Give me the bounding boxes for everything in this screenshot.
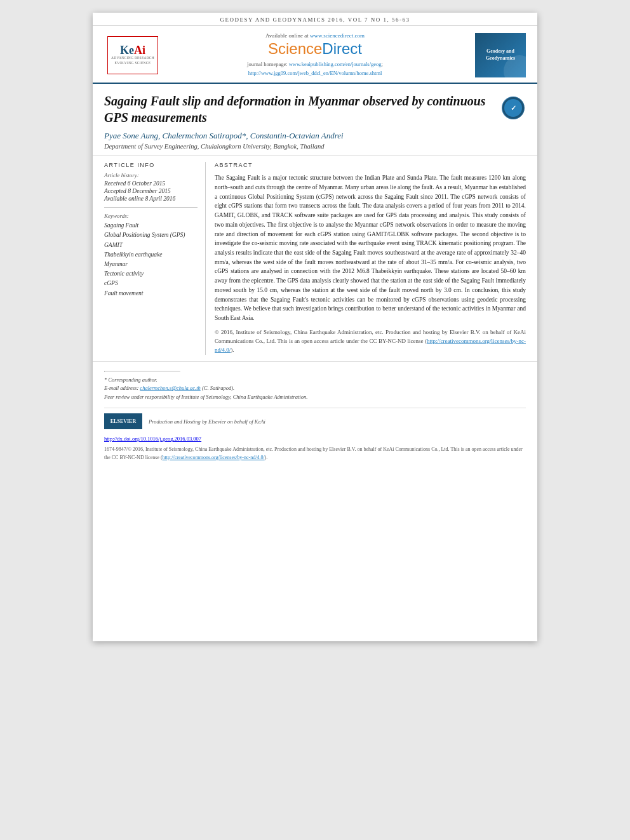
copyright-end: ). (231, 347, 234, 353)
crossmark-circle: ✓ (502, 97, 525, 119)
keyword-4: Thabeikkyin earthquake (104, 250, 198, 260)
article-main-title: Sagaing Fault slip and deformation in My… (104, 93, 494, 126)
journal-cover-title: Geodesy and Geodynamics (478, 48, 523, 62)
journal-url2[interactable]: http://www.jgg09.com/jweb_ddcl_en/EN/vol… (248, 70, 382, 76)
corresponding-label: * Corresponding author. (104, 376, 526, 385)
email-name: (C. Satirapod). (202, 385, 234, 391)
final-copyright-text2: ). (265, 455, 268, 460)
doi-line: http://dx.doi.org/10.1016/j.geog.2016.03… (104, 436, 526, 442)
header-right: Geodesy and Geodynamics (469, 33, 526, 77)
accepted-date: Accepted 8 December 2015 (104, 188, 198, 194)
journal-bar: GEODESY AND GEODYNAMICS 2016, VOL 7 NO 1… (93, 13, 537, 26)
keywords-label: Keywords: (104, 213, 198, 219)
elsevier-footer: ELSEVIER Production and Hosting by Elsev… (104, 408, 526, 429)
keyword-7: cGPS (104, 279, 198, 288)
copyright-text: © 2016, Institute of Seismology, China E… (215, 328, 526, 355)
received-date: Received 6 October 2015 (104, 180, 198, 187)
header-center: Available online at www.sciencedirect.co… (168, 32, 462, 77)
journal-homepage: journal homepage: www.keaipublishing.com… (168, 60, 462, 77)
journal-bar-text: GEODESY AND GEODYNAMICS 2016, VOL 7 NO 1… (220, 17, 410, 23)
email-label: E-mail address: (104, 385, 138, 391)
keyword-3: GAMIT (104, 241, 198, 250)
keywords-list: Sagaing Fault Global Positioning System … (104, 221, 198, 298)
doi-link[interactable]: http://dx.doi.org/10.1016/j.geog.2016.03… (104, 436, 201, 442)
final-copyright: 1674-9847/© 2016, Institute of Seismolog… (104, 446, 526, 462)
article-info: ARTICLE INFO Article history: Received 6… (104, 162, 206, 354)
keyword-2: Global Positioning System (GPS) (104, 230, 198, 240)
article-info-heading: ARTICLE INFO (104, 162, 198, 168)
peer-review-text: Peer review under responsibility of Inst… (104, 393, 526, 402)
crossmark: ✓ (500, 95, 526, 121)
abstract-heading: ABSTRACT (215, 162, 526, 168)
keyword-6: Tectonic activity (104, 269, 198, 279)
available-online-date: Available online 8 April 2016 (104, 196, 198, 202)
title-text-area: Sagaing Fault slip and deformation in My… (104, 93, 494, 150)
keai-logo-text: KeAi (120, 44, 145, 56)
email-link[interactable]: chalermchon.s@chula.ac.th (140, 385, 200, 391)
abstract-section: ABSTRACT The Sagaing Fault is a major te… (215, 162, 526, 354)
affiliation: Department of Survey Engineering, Chulal… (104, 143, 494, 150)
footnote-text: * Corresponding author. E-mail address: … (104, 376, 526, 402)
authors: Pyae Sone Aung, Chalermchon Satirapod*, … (104, 131, 494, 141)
sciencedirect-title: ScienceDirect (168, 40, 462, 58)
article-page: GEODESY AND GEODYNAMICS 2016, VOL 7 NO 1… (93, 13, 537, 641)
final-copyright-url[interactable]: http://creativecommons.org/licenses/by-n… (163, 455, 265, 460)
email-line: E-mail address: chalermchon.s@chula.ac.t… (104, 384, 526, 393)
keai-logo-subtext: ADVANCING RESEARCHEVOLVING SCIENCE (111, 56, 154, 65)
available-online: Available online at www.sciencedirect.co… (168, 32, 462, 39)
abstract-text: The Sagaing Fault is a major tectonic st… (215, 173, 526, 323)
keyword-8: Fault movement (104, 289, 198, 298)
sciencedirect-url[interactable]: www.sciencedirect.com (310, 32, 365, 39)
content-section: ARTICLE INFO Article history: Received 6… (93, 156, 537, 361)
elsevier-production-text: Production and Hosting by Elsevier on be… (149, 418, 265, 425)
header-section: KeAi ADVANCING RESEARCHEVOLVING SCIENCE … (93, 26, 537, 84)
keyword-1: Sagaing Fault (104, 221, 198, 230)
article-history-label: Article history: (104, 172, 198, 178)
info-divider (104, 207, 198, 208)
footer-section: * Corresponding author. E-mail address: … (93, 362, 537, 467)
elsevier-logo: ELSEVIER (104, 413, 142, 429)
footnote-divider (104, 371, 180, 372)
title-section: Sagaing Fault slip and deformation in My… (93, 84, 537, 156)
journal-cover: Geodesy and Geodynamics (475, 33, 526, 77)
journal-url1[interactable]: www.keaipublishing.com/en/journals/geog (289, 61, 382, 67)
keyword-5: Myanmar (104, 260, 198, 269)
svg-text:✓: ✓ (511, 104, 516, 112)
header-left: KeAi ADVANCING RESEARCHEVOLVING SCIENCE (104, 36, 161, 74)
keai-logo: KeAi ADVANCING RESEARCHEVOLVING SCIENCE (107, 36, 158, 74)
